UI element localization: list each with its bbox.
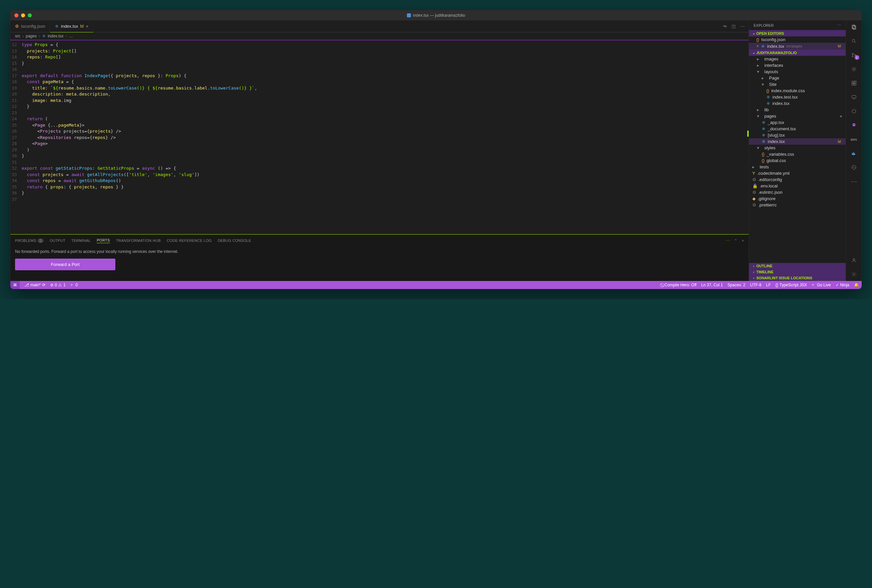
- docker-icon[interactable]: [850, 149, 858, 158]
- remote-indicator[interactable]: ⌘: [11, 281, 20, 289]
- svg-rect-10: [854, 84, 855, 85]
- tree-item[interactable]: ⚛ _app.tsx: [749, 119, 846, 126]
- encoding[interactable]: UTF-8: [750, 283, 761, 287]
- hexagon-icon[interactable]: [850, 107, 858, 115]
- tree-item[interactable]: ⚛ index.test.tsx: [749, 94, 846, 100]
- explorer-title: EXPLORER: [754, 23, 774, 27]
- line-numbers: 1213141516171819202122232425262728293031…: [11, 40, 22, 234]
- forward-port-button[interactable]: Forward a Port: [15, 259, 115, 270]
- svg-marker-14: [852, 109, 855, 113]
- tree-item[interactable]: ▸ lib: [749, 106, 846, 113]
- extensions-icon[interactable]: [850, 79, 858, 87]
- quokka-icon[interactable]: [850, 121, 858, 129]
- go-live[interactable]: ᯤ Go Live: [812, 283, 831, 287]
- titlebar: index.tsx — juditkaramazfolio: [11, 10, 861, 20]
- tree-item[interactable]: ▾ layouts: [749, 69, 846, 75]
- tree-item[interactable]: {} _variables.css: [749, 151, 846, 158]
- close-tab-icon[interactable]: ×: [86, 24, 88, 29]
- tree-item[interactable]: ⚛ index.tsx M: [749, 138, 846, 145]
- minimize-window[interactable]: [21, 14, 25, 17]
- panel-tab-debug-console[interactable]: DEBUG CONSOLE: [218, 238, 251, 243]
- traffic-lights: [14, 14, 32, 17]
- debug-icon[interactable]: [850, 65, 858, 73]
- tree-item[interactable]: ⚙ .prettierrc: [749, 202, 846, 208]
- cursor-position[interactable]: Ln 37, Col 1: [701, 283, 723, 287]
- svg-rect-11: [854, 81, 856, 82]
- more-icon[interactable]: ⋯: [850, 177, 858, 185]
- svg-point-4: [852, 53, 853, 54]
- section-timeline[interactable]: ›TIMELINE: [749, 269, 846, 275]
- search-icon[interactable]: [850, 37, 858, 45]
- ninja[interactable]: ✓ Ninja: [836, 283, 849, 287]
- maximize-panel-icon[interactable]: ⌃: [734, 238, 737, 243]
- breadcrumb[interactable]: src› pages› ⚛index.tsx› …: [11, 32, 749, 40]
- close-icon[interactable]: ×: [756, 44, 759, 49]
- source-control-icon[interactable]: 1: [850, 51, 858, 59]
- more-icon[interactable]: ⋯: [726, 238, 729, 243]
- tab-tsconfig[interactable]: ⚙ tsconfig.json: [11, 20, 50, 32]
- tree-item[interactable]: Y .codeclimate.yml: [749, 170, 846, 176]
- tree-item[interactable]: ⚙ .editorconfig: [749, 176, 846, 183]
- window-title: index.tsx — juditkaramazfolio: [407, 13, 465, 18]
- tree-item[interactable]: ⚛ index.tsx: [749, 100, 846, 106]
- panel-tab-problems[interactable]: PROBLEMS1: [15, 238, 44, 243]
- panel-tab-terminal[interactable]: TERMINAL: [71, 238, 90, 243]
- more-icon[interactable]: ⋯: [740, 24, 744, 29]
- settings-icon[interactable]: [850, 270, 858, 278]
- code-editor[interactable]: 1213141516171819202122232425262728293031…: [11, 40, 749, 234]
- eol[interactable]: LF: [766, 283, 771, 287]
- tree-item[interactable]: ▸ images: [749, 56, 846, 62]
- language-mode[interactable]: {} TypeScript JSX: [775, 283, 807, 287]
- code-content[interactable]: type Props = { projects: Project[] repos…: [22, 40, 749, 234]
- tree-item[interactable]: ◆ .gitignore: [749, 195, 846, 202]
- aws-icon[interactable]: aws: [850, 135, 858, 143]
- tree-item[interactable]: 🔒 .env.local: [749, 183, 846, 189]
- compile-hero[interactable]: ⃠ Compile Hero: Off: [663, 283, 696, 287]
- tree-item[interactable]: ⚛ _document.tsx: [749, 126, 846, 132]
- tree-item[interactable]: ▸ tests: [749, 164, 846, 170]
- open-editor-item[interactable]: ×⚛ index.tsx src/pages M: [749, 43, 846, 50]
- tree-item[interactable]: ▸ interfaces: [749, 62, 846, 69]
- close-panel-icon[interactable]: ×: [742, 238, 744, 243]
- tree-item[interactable]: ▾ Site: [749, 81, 846, 87]
- more-icon[interactable]: ⋯: [837, 23, 841, 27]
- section-outline[interactable]: ›OUTLINE: [749, 263, 846, 269]
- svg-point-5: [852, 56, 853, 57]
- bottom-panel: PROBLEMS1OUTPUTTERMINALPORTSTRANSFORMATI…: [11, 234, 749, 281]
- split-editor-icon[interactable]: ◫: [732, 24, 735, 29]
- remote-icon[interactable]: [850, 93, 858, 101]
- tab-index-tsx[interactable]: ⚛ index.tsx M ×: [50, 20, 93, 32]
- statusbar: ⌘ ⎇ main* ⟳ ⊘ 0 ⚠ 1 ᯤ 0 ⃠ Compile Hero: …: [11, 281, 861, 289]
- svg-rect-8: [852, 81, 854, 83]
- tree-item[interactable]: ⚙ .eslintrc.json: [749, 189, 846, 195]
- ports-count[interactable]: ᯤ 0: [70, 283, 78, 287]
- notifications-icon[interactable]: 🔔: [854, 283, 859, 287]
- diagnostics[interactable]: ⊘ 0 ⚠ 1: [50, 283, 66, 287]
- project-header[interactable]: ⌄JUDITKARAMAZFOLIO: [749, 50, 846, 56]
- compare-icon[interactable]: ⇋: [723, 24, 727, 29]
- tree-item[interactable]: ▾ styles: [749, 145, 846, 151]
- svg-line-3: [855, 42, 855, 43]
- panel-tab-code-reference-log[interactable]: CODE REFERENCE LOG: [167, 238, 212, 243]
- git-branch[interactable]: ⎇ main* ⟳: [24, 283, 45, 287]
- panel-tab-output[interactable]: OUTPUT: [50, 238, 65, 243]
- file-tree: ▸ images ▸ interfaces ▾ layouts ▸ Page ▾…: [749, 56, 846, 263]
- tree-item[interactable]: ▾ pages ●: [749, 113, 846, 119]
- close-window[interactable]: [14, 14, 18, 17]
- svg-rect-9: [852, 84, 854, 85]
- panel-tab-ports[interactable]: PORTS: [97, 238, 110, 243]
- tree-item[interactable]: ▸ Page: [749, 75, 846, 81]
- account-icon[interactable]: [850, 256, 858, 264]
- open-editor-item[interactable]: {} tsconfig.json: [749, 36, 846, 43]
- explorer-icon[interactable]: [850, 23, 858, 31]
- indent[interactable]: Spaces: 2: [728, 283, 745, 287]
- maximize-window[interactable]: [28, 14, 32, 17]
- tree-item[interactable]: {} index.module.css: [749, 87, 846, 94]
- section-sonarlint-issue-locations[interactable]: ›SONARLINT ISSUE LOCATIONS: [749, 275, 846, 281]
- tree-item[interactable]: {} global.css: [749, 158, 846, 164]
- vscode-window: index.tsx — juditkaramazfolio ⚙ tsconfig…: [10, 10, 862, 290]
- panel-tab-transformation-hub[interactable]: TRANSFORMATION HUB: [116, 238, 161, 243]
- tree-item[interactable]: ⚛ [slug].tsx: [749, 132, 846, 138]
- wave-icon[interactable]: [850, 164, 858, 171]
- open-editors-header[interactable]: ⌄OPEN EDITORS: [749, 30, 846, 36]
